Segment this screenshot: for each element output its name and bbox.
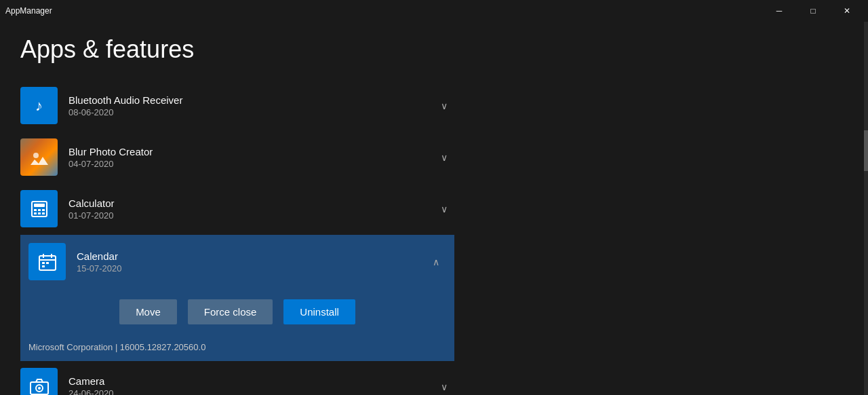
scrollbar-track xyxy=(864,22,868,395)
app-date: 08-06-2020 xyxy=(68,107,441,117)
app-info: Bluetooth Audio Receiver 08-06-2020 xyxy=(68,94,441,117)
svg-point-0 xyxy=(33,153,39,158)
camera-icon-bg xyxy=(20,368,58,395)
svg-rect-2 xyxy=(34,204,45,207)
svg-rect-14 xyxy=(46,262,49,264)
photo-icon xyxy=(29,147,50,168)
app-date: 24-06-2020 xyxy=(68,388,441,396)
svg-rect-5 xyxy=(42,209,45,211)
svg-rect-7 xyxy=(38,212,41,214)
main-content: Apps & features ♪ Bluetooth Audio Receiv… xyxy=(0,22,475,395)
camera-icon xyxy=(29,377,50,396)
blur-photo-icon-bg xyxy=(20,138,58,176)
music-note-icon: ♪ xyxy=(35,97,43,115)
list-item[interactable]: Calendar 15-07-2020 ∧ Move Force close U… xyxy=(20,235,454,361)
list-item[interactable]: ♪ Bluetooth Audio Receiver 08-06-2020 ∨ xyxy=(20,80,454,132)
svg-rect-3 xyxy=(34,209,37,211)
calculator-icon xyxy=(29,199,50,219)
app-name: Calculator xyxy=(68,198,441,209)
app-info: Blur Photo Creator 04-07-2020 xyxy=(68,146,441,169)
maximize-button[interactable]: □ xyxy=(797,0,829,22)
page-title: Apps & features xyxy=(20,35,454,64)
app-date: 15-07-2020 xyxy=(77,263,433,274)
chevron-down-icon: ∨ xyxy=(441,381,448,392)
bluetooth-icon-bg: ♪ xyxy=(20,87,58,124)
app-date: 01-07-2020 xyxy=(68,210,441,221)
svg-rect-8 xyxy=(42,212,45,214)
move-button[interactable]: Move xyxy=(119,299,177,324)
app-date: 04-07-2020 xyxy=(68,159,441,169)
app-name: Blur Photo Creator xyxy=(68,146,441,157)
svg-point-18 xyxy=(38,387,41,390)
force-close-button[interactable]: Force close xyxy=(188,299,273,324)
app-name: Camera xyxy=(68,375,441,387)
chevron-down-icon: ∨ xyxy=(441,204,448,214)
app-info: Calculator 01-07-2020 xyxy=(68,198,441,221)
list-item[interactable]: Blur Photo Creator 04-07-2020 ∨ xyxy=(20,132,454,183)
title-bar-controls: ─ □ ✕ xyxy=(764,0,863,22)
title-bar-left: AppManager xyxy=(5,6,52,16)
calculator-icon-bg xyxy=(20,190,58,227)
app-info: Calendar 15-07-2020 xyxy=(77,250,433,274)
close-button[interactable]: ✕ xyxy=(831,0,863,22)
chevron-down-icon: ∨ xyxy=(441,152,448,163)
calendar-icon xyxy=(37,252,58,272)
svg-rect-15 xyxy=(42,265,45,267)
calendar-expanded-header[interactable]: Calendar 15-07-2020 ∧ xyxy=(20,235,454,288)
minimize-button[interactable]: ─ xyxy=(764,0,795,22)
uninstall-button[interactable]: Uninstall xyxy=(283,299,355,324)
list-item[interactable]: Camera 24-06-2020 ∨ xyxy=(20,361,454,395)
expanded-actions: Move Force close Uninstall xyxy=(28,288,446,335)
list-item[interactable]: Calculator 01-07-2020 ∨ xyxy=(20,183,454,235)
calendar-icon-bg xyxy=(28,243,66,280)
scrollbar-thumb[interactable] xyxy=(864,130,868,171)
chevron-up-icon: ∧ xyxy=(433,257,439,267)
app-info: Camera 24-06-2020 xyxy=(68,375,441,396)
title-bar: AppManager ─ □ ✕ xyxy=(0,0,868,22)
app-name: Bluetooth Audio Receiver xyxy=(68,94,441,106)
app-title: AppManager xyxy=(5,6,52,16)
svg-rect-4 xyxy=(38,209,41,211)
app-publisher-info: Microsoft Corporation | 16005.12827.2056… xyxy=(20,335,454,360)
svg-rect-6 xyxy=(34,212,37,214)
app-list: ♪ Bluetooth Audio Receiver 08-06-2020 ∨ … xyxy=(20,80,454,395)
chevron-down-icon: ∨ xyxy=(441,100,448,111)
app-name: Calendar xyxy=(77,250,433,262)
svg-rect-13 xyxy=(42,262,45,264)
